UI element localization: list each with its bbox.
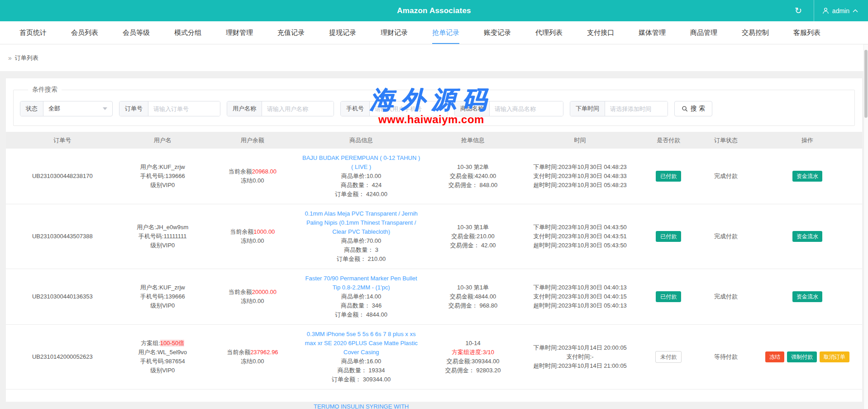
balance-cell: 当前余额237962.96冻结0.00 [206, 325, 299, 390]
balance-cell: 当前余额20000.00冻结0.00 [206, 269, 299, 325]
product-link[interactable]: TERUMO INSULIN SYRINGE WITH [314, 402, 409, 409]
product-link[interactable]: Faster 70/90 Permanent Marker Pen Bullet… [301, 274, 421, 292]
balance-cell: 当前余额1000.00冻结0.00 [206, 204, 299, 269]
nav-tab-11[interactable]: 代理列表 [535, 21, 563, 44]
order-table-row: UB2310300448238170用户名:KUF_zrjw手机号码:13966… [6, 149, 862, 204]
product-link[interactable]: BAJU BUDAK PEREMPUAN ( 0-12 TAHUN ) ( LI… [301, 154, 421, 172]
time-line: 下单时间:2023年10月30日 04:48:23 [525, 163, 635, 172]
nav-tab-9[interactable]: 抢单记录 [432, 21, 459, 44]
fund-flow-button[interactable]: 资金流水 [792, 231, 822, 242]
user-info-line: 级别VIP0 [122, 301, 204, 310]
nav-tab-7[interactable]: 提现记录 [329, 21, 356, 44]
user-info-line: 级别VIP0 [122, 366, 204, 375]
order-table-row: TERUMO INSULIN SYRINGE WITH [6, 390, 862, 409]
nav-tab-13[interactable]: 媒体管理 [639, 21, 666, 44]
product-info-line: 订单金额： 4844.00 [301, 310, 421, 319]
grab-info-line: 交易金额:4844.00 [426, 292, 520, 301]
top-header-bar: Amazon Associates ↻ admin [0, 0, 868, 21]
user-info-line: 用户名:KUF_zrjw [122, 163, 204, 172]
user-icon [822, 7, 829, 14]
status-label: 状态 [20, 101, 43, 116]
balance-cell: 当前余额20968.00冻结0.00 [206, 149, 299, 204]
order-table-row: UB2310300443507388用户名:JH_e0w9sm手机号码:1111… [6, 204, 862, 269]
nav-tab-15[interactable]: 交易控制 [742, 21, 769, 44]
product-info-line: 订单金额： 309344.00 [301, 375, 421, 384]
nav-tab-5[interactable]: 理财管理 [226, 21, 253, 44]
scrollbar-thumb[interactable] [864, 50, 868, 118]
product-name-input[interactable] [490, 101, 563, 116]
fund-flow-button[interactable]: 资金流水 [792, 171, 822, 182]
product-link[interactable]: 0.3MM iPhone 5se 5 5s 6 6s 7 8 plus x xs… [301, 330, 421, 357]
nav-tab-16[interactable]: 客服列表 [793, 21, 820, 44]
order-time-input[interactable] [605, 101, 668, 116]
breadcrumb-label: 订单列表 [15, 54, 38, 62]
refresh-icon: ↻ [795, 5, 802, 16]
nav-tab-3[interactable]: 会员等级 [123, 21, 150, 44]
nav-tab-10[interactable]: 账变记录 [484, 21, 511, 44]
phone-label: 手机号 [341, 101, 370, 116]
balance-value: 1000.00 [253, 228, 275, 235]
order-status-cell: 完成付款 [699, 149, 752, 204]
grab-info-cell: 10-30 第2单交易金额:4240.00交易佣金： 848.00 [424, 149, 522, 204]
nav-tab-8[interactable]: 理财记录 [381, 21, 408, 44]
product-info-line: 商品数量： 424 [301, 181, 421, 190]
product-cell: 0.1mm Alas Meja PVC Transparent / Jernih… [299, 204, 424, 269]
order-no-label: 订单号 [119, 101, 148, 116]
nav-tab-2[interactable]: 会员列表 [71, 21, 98, 44]
freeze-button[interactable]: 冻结 [765, 351, 784, 362]
order-number-cell: UB2310300443507388 [6, 204, 119, 269]
grab-title: 10-14 [426, 339, 520, 348]
table-header-row: 订单号用户名用户余额商品信息抢单信息时间是否付款订单状态操作 [6, 132, 862, 149]
search-button[interactable]: 搜 索 [674, 101, 712, 116]
grab-info-cell: 10-30 第1单交易金额:4844.00交易佣金： 968.80 [424, 269, 522, 325]
phone-input[interactable] [370, 101, 448, 116]
plan-group-value: 100-50倍 [160, 340, 184, 346]
plan-group-prefix: 方案组: [141, 340, 160, 346]
order-no-group: 订单号 [119, 101, 220, 116]
grab-info-line: 交易佣金： 968.80 [426, 301, 520, 310]
actions-cell: 资金流水 [753, 269, 862, 325]
search-icon [682, 106, 688, 112]
chevron-up-icon [853, 9, 858, 13]
balance-value: 20000.00 [252, 289, 277, 295]
grab-title: 10-30 第1单 [426, 283, 520, 292]
balance-value: 237962.96 [250, 349, 278, 356]
search-panel: 条件搜索 状态 全部 订单号 用户名称 手机号 [13, 86, 855, 126]
order-status-cell: 完成付款 [699, 269, 752, 325]
paid-status-cell: 未付款 [638, 325, 699, 390]
chevron-down-icon [103, 107, 107, 110]
cancel-order-button[interactable]: 取消订单 [820, 351, 849, 362]
nav-tab-6[interactable]: 充值记录 [277, 21, 305, 44]
fund-flow-button[interactable]: 资金流水 [792, 291, 822, 302]
product-cell: TERUMO INSULIN SYRINGE WITH [299, 390, 424, 409]
user-cell: 用户名:KUF_zrjw手机号码:139666级别VIP0 [119, 269, 206, 325]
status-select[interactable]: 全部 [43, 101, 112, 116]
refresh-button[interactable]: ↻ [783, 0, 814, 21]
actions-cell: 冻结强制付款取消订单 [753, 325, 862, 390]
nav-tab-4[interactable]: 模式分组 [174, 21, 201, 44]
product-info-line: 订单金额： 4240.00 [301, 190, 421, 199]
column-header: 订单号 [6, 132, 119, 149]
balance-line: 当前余额237962.96 [209, 348, 296, 357]
time-line: 支付时间:2023年10月30日 04:40:15 [525, 292, 635, 301]
grab-info-line: 交易金额:210.00 [426, 232, 520, 241]
time-line: 超时时间:2023年10月30日 05:43:50 [525, 241, 635, 250]
user-name-input[interactable] [262, 101, 334, 116]
nav-tab-12[interactable]: 支付接口 [587, 21, 614, 44]
grab-progress: 方案组进度:3/10 [426, 348, 520, 357]
nav-tab-1[interactable]: 首页统计 [19, 21, 47, 44]
nav-tab-14[interactable]: 商品管理 [690, 21, 717, 44]
order-status-cell: 完成付款 [699, 204, 752, 269]
product-link[interactable]: 0.1mm Alas Meja PVC Transparent / Jernih… [301, 209, 421, 236]
vertical-scrollbar[interactable] [863, 44, 868, 409]
paid-status-badge: 已付款 [656, 171, 681, 182]
order-no-input[interactable] [148, 101, 220, 116]
main-nav: 首页统计会员列表会员等级模式分组理财管理充值记录提现记录理财记录抢单记录账变记录… [0, 21, 868, 44]
column-header: 用户余额 [206, 132, 299, 149]
column-header: 抢单信息 [424, 132, 522, 149]
app-title: Amazon Associates [397, 6, 471, 15]
balance-line: 当前余额20968.00 [209, 167, 296, 176]
user-menu[interactable]: admin [814, 0, 868, 21]
force-pay-button[interactable]: 强制付款 [787, 351, 817, 362]
time-line: 下单时间:2023年10月30日 04:40:13 [525, 283, 635, 292]
